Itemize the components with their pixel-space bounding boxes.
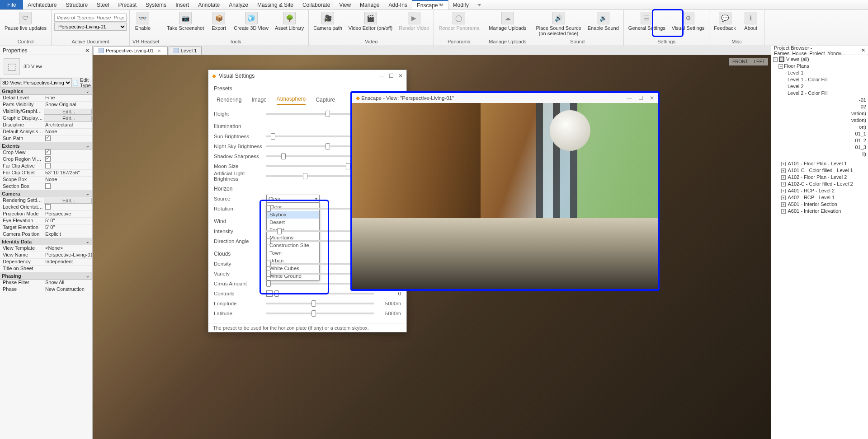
tree-item-partial[interactable]: 01_2 xyxy=(773,137,866,144)
manage-uploads-button[interactable]: ☁Manage Uploads xyxy=(487,11,528,32)
prop-value[interactable]: Architectural xyxy=(43,122,92,128)
tree-item[interactable]: Level 2 - Color Fill xyxy=(773,90,868,97)
section-identity-data[interactable]: Identity Data⌄ xyxy=(0,238,92,245)
about-button[interactable]: ℹAbout xyxy=(741,11,761,32)
tree-item-partial[interactable]: vation) xyxy=(773,117,866,124)
menu-view[interactable]: View xyxy=(335,0,355,9)
option-desert[interactable]: Desert xyxy=(267,219,319,226)
general-settings-button[interactable]: ☰General Settings xyxy=(627,11,667,32)
prop-value[interactable]: New Construction xyxy=(43,286,92,293)
prop-value[interactable] xyxy=(43,204,92,210)
menu-precast[interactable]: Precast xyxy=(113,0,141,9)
sheet-item[interactable]: + A101 - Floor Plan - Level 1 xyxy=(773,160,868,167)
close-icon[interactable]: ✕ xyxy=(861,47,865,53)
feedback-button[interactable]: 💬Feedback xyxy=(712,11,737,32)
expand-icon[interactable]: + xyxy=(781,175,786,180)
asset-library-button[interactable]: 🌳Asset Library xyxy=(273,11,306,32)
tree-views[interactable]: Views (all) xyxy=(786,56,809,62)
tree-item-partial[interactable]: 01_3 xyxy=(773,144,866,151)
prop-value[interactable]: Show All xyxy=(43,280,92,286)
menu-systems[interactable]: Systems xyxy=(141,0,171,9)
slider[interactable] xyxy=(266,303,374,304)
section-extents[interactable]: Extents⌄ xyxy=(0,142,92,149)
tree-item-partial[interactable]: 02 xyxy=(773,103,866,110)
prop-value[interactable]: 5' 0" xyxy=(43,224,92,231)
section-camera[interactable]: Camera⌄ xyxy=(0,190,92,197)
slider[interactable] xyxy=(274,293,374,294)
vs-tab-atmosphere[interactable]: Atmosphere xyxy=(277,96,306,105)
render-video-button[interactable]: ▶Render Video xyxy=(397,11,431,32)
prop-value[interactable] xyxy=(43,266,92,272)
menu-steel[interactable]: Steel xyxy=(92,0,113,9)
checkbox[interactable] xyxy=(45,183,51,189)
tree-item-partial[interactable]: on) xyxy=(773,124,866,131)
expand-icon[interactable]: + xyxy=(781,182,786,187)
prop-value[interactable]: Edit... xyxy=(44,109,92,115)
menu-structure[interactable]: Structure xyxy=(61,0,92,9)
tree-item-partial[interactable]: -01 xyxy=(773,97,866,103)
edit-type-button[interactable]: 📄 Edit Type xyxy=(72,78,92,87)
minimize-icon[interactable]: — xyxy=(627,95,632,101)
prop-value[interactable] xyxy=(43,183,92,190)
expand-icon[interactable]: + xyxy=(781,189,786,193)
section-phasing[interactable]: Phasing⌄ xyxy=(0,272,92,280)
option-skybox[interactable]: Skybox xyxy=(267,211,319,219)
checkbox[interactable] xyxy=(45,163,51,168)
horizon-source-combo[interactable]: Clear xyxy=(266,195,320,203)
prop-value[interactable]: <None> xyxy=(43,245,92,252)
prop-value[interactable] xyxy=(43,163,92,169)
tree-item-partial[interactable]: vation) xyxy=(773,110,866,117)
option-white-cubes[interactable]: White Cubes xyxy=(267,265,319,272)
expand-icon[interactable]: − xyxy=(778,64,783,69)
menu-massing-site[interactable]: Massing & Site xyxy=(253,0,298,9)
tree-item[interactable]: Level 1 - Color Fill xyxy=(773,76,868,83)
menu-add-ins[interactable]: Add-Ins xyxy=(384,0,411,9)
tree-item-partial[interactable]: ll) xyxy=(773,151,866,158)
tree-item[interactable]: Level 1 xyxy=(773,70,868,76)
option-construction-site[interactable]: Construction Site xyxy=(267,242,319,249)
maximize-icon[interactable]: ☐ xyxy=(638,95,643,101)
project-tree[interactable]: −🔲 Views (all) −Floor Plans Level 1Level… xyxy=(771,55,868,439)
menu-enscape-[interactable]: Enscape™ xyxy=(412,0,448,9)
expand-icon[interactable]: + xyxy=(781,196,786,200)
pause-live-updates-button[interactable]: 🛡 Pause live updates xyxy=(3,11,48,32)
view-cube-labels[interactable]: FRONTLEFT xyxy=(729,58,768,65)
sheet-item[interactable]: + A102-C - Color filled - Level 2 xyxy=(773,181,868,187)
place-sound-button[interactable]: 🔊Place Sound Source(on selected face) xyxy=(534,11,583,37)
enable-sound-button[interactable]: 🔉Enable Sound xyxy=(586,11,621,32)
checkbox[interactable] xyxy=(45,204,51,210)
option-clear[interactable]: Clear xyxy=(267,203,319,211)
vs-tab-image[interactable]: Image xyxy=(251,97,266,105)
expand-icon[interactable]: + xyxy=(781,209,786,214)
maximize-icon[interactable]: ☐ xyxy=(389,73,394,79)
prop-value[interactable] xyxy=(43,149,92,156)
slider[interactable] xyxy=(266,313,374,314)
type-selector[interactable]: 3D View: Perspective-Living xyxy=(0,78,72,87)
prop-value[interactable]: Edit... xyxy=(44,198,92,204)
prop-value[interactable]: 53' 10 187/256" xyxy=(43,170,92,176)
prop-value[interactable]: None xyxy=(43,129,92,135)
checkbox[interactable] xyxy=(45,135,51,141)
menu-modify[interactable]: Modify xyxy=(448,0,473,9)
prop-value[interactable]: Edit... xyxy=(44,116,92,121)
export-button[interactable]: 📦Export xyxy=(208,11,229,32)
menu-analyze[interactable]: Analyze xyxy=(224,0,253,9)
prop-value[interactable]: Independent xyxy=(43,259,92,265)
expand-icon[interactable]: + xyxy=(781,202,786,207)
menu-collaborate[interactable]: Collaborate xyxy=(298,0,335,9)
viewport[interactable]: FRONTLEFT ◆Visual Settings —☐✕ Presets R… xyxy=(93,55,771,439)
enscape-viewport[interactable] xyxy=(352,103,658,289)
checkbox[interactable] xyxy=(266,290,273,297)
expand-icon[interactable]: + xyxy=(781,162,786,166)
close-tab-icon[interactable]: ✕ xyxy=(156,48,163,53)
minimize-icon[interactable]: — xyxy=(379,73,384,79)
views-filter-input[interactable] xyxy=(54,14,127,22)
sheet-item[interactable]: + A101-C - Color filled - Level 1 xyxy=(773,167,868,174)
render-panorama-button[interactable]: ◯Render Panorama xyxy=(437,11,481,32)
dropdown-icon[interactable]: ⏷ xyxy=(473,2,486,8)
expand-icon[interactable]: + xyxy=(781,168,786,173)
menu-manage[interactable]: Manage xyxy=(355,0,384,9)
close-icon[interactable]: ✕ xyxy=(650,95,654,101)
enable-vr-button[interactable]: 👓Enable xyxy=(132,11,153,32)
sheet-item[interactable]: + A601 - Interior Elevation xyxy=(773,208,868,215)
